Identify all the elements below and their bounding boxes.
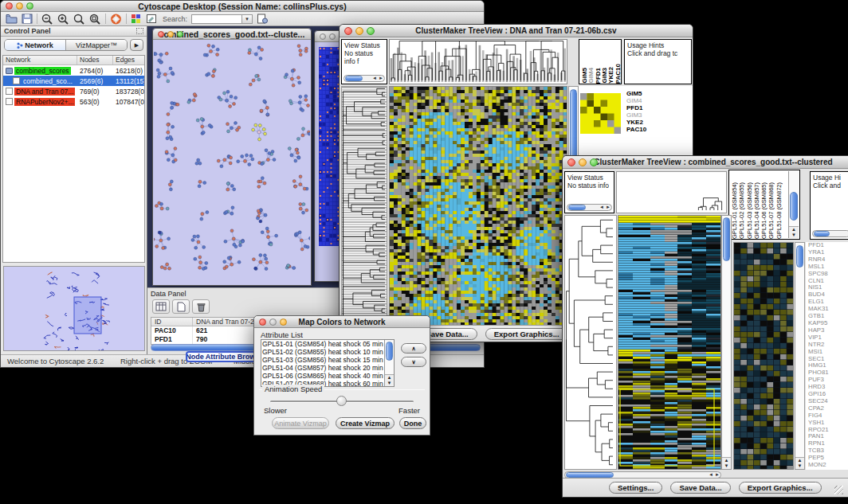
labels-vscrollbar[interactable]: ▲▼ [788, 171, 799, 238]
column-label[interactable]: PFD1 [595, 68, 601, 84]
gene-label[interactable]: YKE2 [626, 119, 690, 126]
network-list-row[interactable]: DNA and Tran 07... 769(0) 183728(0) [3, 86, 144, 96]
treeview-button[interactable]: Settings... [609, 482, 662, 494]
minimize-button[interactable] [579, 158, 587, 166]
col-nodes[interactable]: Nodes [77, 56, 113, 64]
gene-label[interactable]: GIM5 [626, 90, 690, 97]
vizmapper-icon[interactable] [131, 14, 142, 24]
attribute-item[interactable]: GPL51-04 (GSM857) heat shock 20 min [262, 364, 384, 372]
network-list-row[interactable]: combined_scores 2764(0) 16218(0) [3, 65, 144, 76]
row-dendrogram[interactable] [564, 215, 617, 470]
done-button[interactable]: Done [399, 417, 426, 429]
scrollbar-arrows[interactable]: ▲▼ [795, 457, 804, 469]
treeview-dna-titlebar[interactable]: ClusterMaker TreeView : DNA and Tran 07-… [340, 25, 693, 37]
column-label[interactable]: GPL51-02 (GSM855) [738, 182, 745, 239]
gene-label[interactable]: MON2 [808, 462, 848, 469]
animate-vizmap-button[interactable]: Animate Vizmap [272, 417, 329, 429]
close-button[interactable] [259, 318, 266, 326]
open-icon[interactable] [6, 14, 18, 24]
attribute-item[interactable]: GPL51-01 (GSM854) heat shock 05 min [262, 340, 384, 348]
column-label[interactable]: GIM4 [587, 68, 594, 84]
network-list-row[interactable]: RNAPuberNov2+... 563(0) 107847(0) [3, 96, 144, 107]
minimize-button[interactable] [167, 31, 174, 37]
tab-network[interactable]: Network [5, 40, 66, 50]
minimize-button[interactable] [269, 318, 277, 326]
col-network[interactable]: Network [3, 56, 77, 64]
treeview-button[interactable]: Save Data... [670, 482, 730, 494]
network-view-window-1[interactable]: combined_scores_good.txt--cluste... [152, 28, 312, 286]
row-dendrogram[interactable] [341, 86, 387, 326]
search-input[interactable] [191, 14, 242, 24]
minimize-button[interactable] [329, 33, 336, 40]
hints-scrollbar[interactable] [812, 230, 848, 237]
scrollbar-thumb[interactable] [723, 217, 730, 261]
close-button[interactable] [567, 158, 575, 166]
minimize-button[interactable] [16, 2, 23, 10]
treeview-button[interactable]: Export Graphics... [485, 328, 568, 340]
animation-slider-thumb[interactable] [336, 396, 347, 406]
column-dendrogram[interactable] [616, 171, 727, 213]
move-up-button[interactable]: ∧ [401, 343, 426, 354]
move-down-button[interactable]: ∨ [401, 357, 426, 367]
tab-vizmapper[interactable]: VizMapper™ [66, 40, 127, 50]
col-edges[interactable]: Edges [113, 56, 145, 64]
map-dialog-titlebar[interactable]: Map Colors to Network [254, 316, 430, 328]
zoom-button[interactable] [590, 158, 598, 166]
scrollbar-arrows[interactable]: ▲▼ [722, 457, 731, 469]
status-scrollbar[interactable]: ◄► [567, 204, 612, 211]
annotation-icon[interactable] [146, 14, 157, 24]
close-button[interactable] [320, 33, 326, 40]
list-vscrollbar[interactable]: ▲▼ [384, 340, 394, 386]
scrollbar-arrows[interactable]: ▲▼ [789, 226, 799, 238]
column-dendrogram[interactable] [389, 39, 567, 84]
main-titlebar[interactable]: Cytoscape Desktop (Session Name: collins… [1, 1, 484, 12]
float-panel-icon[interactable] [136, 28, 143, 34]
zoom-in-icon[interactable] [57, 14, 69, 25]
attribute-list[interactable]: GPL51-01 (GSM854) heat shock 05 minGPL51… [261, 339, 395, 387]
gene-label[interactable]: GIM3 [626, 111, 690, 119]
more-tabs-button[interactable]: ▶ [130, 39, 143, 51]
zoom-selected-icon[interactable] [73, 14, 85, 25]
scrollbar-thumb[interactable] [386, 342, 393, 361]
scrollbar-arrows[interactable]: ▲▼ [385, 374, 394, 386]
zoom-button[interactable] [367, 27, 375, 35]
new-attribute-button[interactable] [172, 299, 190, 314]
zoom-vscrollbar[interactable]: ▲▼ [795, 242, 805, 470]
gene-label[interactable]: PFD1 [626, 104, 690, 111]
col-id[interactable]: ID [151, 318, 193, 326]
network-canvas[interactable] [154, 39, 310, 286]
attribute-item[interactable]: GPL51-02 (GSM855) heat shock 10 min [262, 348, 384, 356]
column-label[interactable]: PAC10 [614, 64, 621, 84]
attribute-doc-icon[interactable] [257, 14, 268, 24]
scrollbar-thumb[interactable] [790, 192, 798, 221]
zoom-button[interactable] [177, 31, 183, 37]
column-label[interactable]: GPL51-03 (GSM856) [746, 182, 753, 239]
network-overview-panel[interactable] [3, 266, 145, 351]
delete-attribute-button[interactable] [192, 299, 210, 314]
heatmap-vscrollbar[interactable]: ▲▼ [721, 215, 732, 470]
minimize-button[interactable] [355, 27, 363, 35]
close-button[interactable] [158, 31, 164, 37]
gene-label[interactable]: GIM4 [626, 97, 690, 104]
create-vizmap-button[interactable]: Create Vizmap [336, 417, 395, 429]
select-attributes-button[interactable] [152, 299, 170, 314]
zoom-button[interactable] [280, 318, 287, 326]
column-label[interactable]: GPL51-07 (GSM868) [768, 182, 775, 239]
resize-grip[interactable] [834, 486, 843, 494]
zoom-button[interactable] [26, 2, 33, 10]
column-label[interactable]: GPL51-01 (GSM854) [731, 182, 738, 239]
column-label[interactable]: GPL51-04 (GSM857) [753, 182, 760, 239]
zoom-fit-icon[interactable] [89, 14, 101, 25]
gene-label[interactable]: PAC10 [626, 126, 690, 133]
scrollbar-thumb[interactable] [796, 245, 803, 268]
column-label[interactable]: YKE2 [607, 67, 614, 84]
treeview-combined-titlebar[interactable]: ClusterMaker TreeView : combined_scores_… [563, 156, 848, 169]
close-button[interactable] [6, 2, 13, 10]
attribute-item[interactable]: GPL51-03 (GSM856) heat shock 15 min [262, 356, 384, 364]
save-icon[interactable] [22, 14, 33, 24]
search-dropdown-icon[interactable]: ▼ [242, 14, 253, 24]
network-window-1-titlebar[interactable]: combined_scores_good.txt--cluste... [153, 29, 311, 40]
network-list-row[interactable]: combined_sco... 2569(6) 13112(15) [3, 76, 144, 86]
heatmap-main[interactable] [389, 86, 567, 326]
zoom-heatmap-panel[interactable] [733, 242, 794, 470]
